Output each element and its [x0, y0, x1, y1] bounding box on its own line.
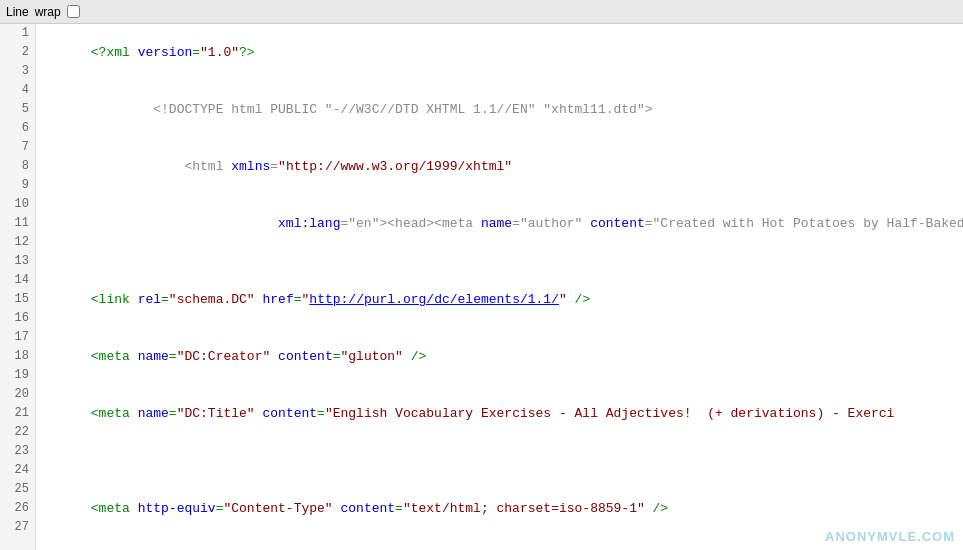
- ln-6: 6: [0, 119, 35, 138]
- ln-15: 15: [0, 290, 35, 309]
- code-line-1: <?xml version="1.0"?>: [44, 24, 963, 81]
- code-line-7: <meta name="DC:Creator" content="gluton"…: [44, 328, 963, 385]
- code-line-9: [44, 442, 963, 461]
- ln-20: 20: [0, 385, 35, 404]
- ln-8: 8: [0, 157, 35, 176]
- code-line-5: [44, 252, 963, 271]
- code-line-11: <meta http-equiv="Content-Type" content=…: [44, 480, 963, 537]
- ln-3: 3: [0, 62, 35, 81]
- ln-19: 19: [0, 366, 35, 385]
- code-line-6: <link rel="schema.DC" href="http://purl.…: [44, 271, 963, 328]
- ln-5: 5: [0, 100, 35, 119]
- code-line-10: [44, 461, 963, 480]
- ln-12: 12: [0, 233, 35, 252]
- ln-1: 1: [0, 24, 35, 43]
- ln-16: 16: [0, 309, 35, 328]
- ln-27: 27: [0, 518, 35, 537]
- ln-9: 9: [0, 176, 35, 195]
- ln-2: 2: [0, 43, 35, 62]
- ln-25: 25: [0, 480, 35, 499]
- ln-13: 13: [0, 252, 35, 271]
- line-label: Line: [6, 5, 29, 19]
- ln-10: 10: [0, 195, 35, 214]
- editor-container: 1 2 3 4 5 6 7 8 9 10 11 12 13 14 15 16 1…: [0, 24, 963, 550]
- toolbar: Line wrap: [0, 0, 963, 24]
- line-numbers: 1 2 3 4 5 6 7 8 9 10 11 12 13 14 15 16 1…: [0, 24, 36, 550]
- code-line-8: <meta name="DC:Title" content="English V…: [44, 385, 963, 442]
- ln-18: 18: [0, 347, 35, 366]
- ln-4: 4: [0, 81, 35, 100]
- ln-23: 23: [0, 442, 35, 461]
- ln-21: 21: [0, 404, 35, 423]
- code-line-2: <!DOCTYPE html PUBLIC "-//W3C//DTD XHTML…: [44, 81, 963, 138]
- wrap-label: wrap: [35, 5, 61, 19]
- ln-24: 24: [0, 461, 35, 480]
- ln-26: 26: [0, 499, 35, 518]
- code-line-4: xml:lang="en"><head><meta name="author" …: [44, 195, 963, 252]
- ln-17: 17: [0, 328, 35, 347]
- code-line-3: <html xmlns="http://www.w3.org/1999/xhtm…: [44, 138, 963, 195]
- ln-7: 7: [0, 138, 35, 157]
- ln-14: 14: [0, 271, 35, 290]
- ln-22: 22: [0, 423, 35, 442]
- code-line-12: [44, 537, 963, 550]
- ln-11: 11: [0, 214, 35, 233]
- code-area[interactable]: <?xml version="1.0"?> <!DOCTYPE html PUB…: [36, 24, 963, 550]
- wrap-checkbox[interactable]: [67, 5, 80, 18]
